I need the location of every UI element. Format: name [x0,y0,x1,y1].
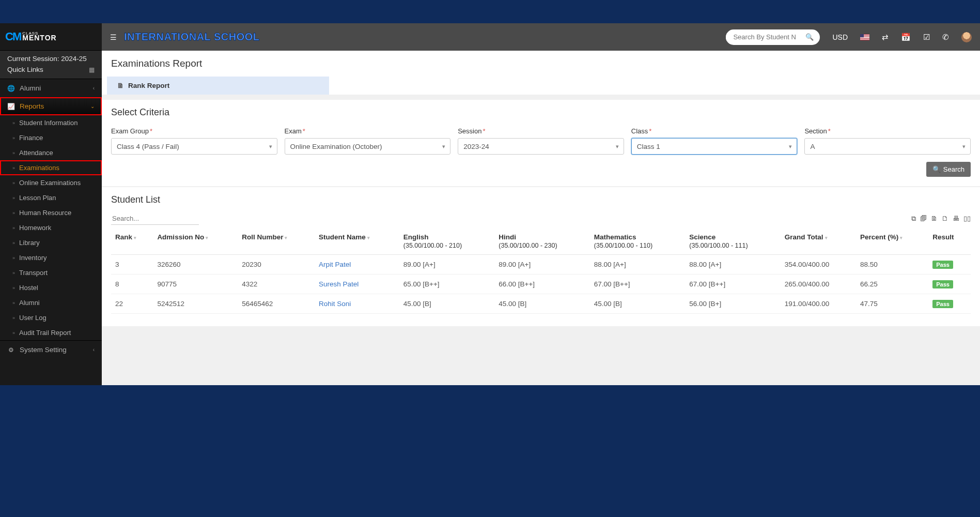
print-icon[interactable]: 🖶 [953,215,959,223]
col-english[interactable]: English(35.00/100.00 - 210) [399,228,495,255]
col-science[interactable]: Science(35.00/100.00 - 111) [685,228,781,255]
sub-audit[interactable]: »Audit Trail Report [0,325,102,340]
nav-reports[interactable]: 📈 Reports ⌄ [0,97,102,115]
whatsapp-icon[interactable]: ✆ [942,33,949,42]
list-search-input[interactable] [111,212,199,225]
hamburger-icon[interactable]: ☰ [110,33,117,41]
student-table: Rank▾ Admission No▾ Roll Number▾ Student… [111,228,971,314]
col-result[interactable]: Result [928,228,971,255]
exam-select[interactable]: Online Examination (October) [285,138,451,155]
table-row: 8907754322Suresh Patel65.00 [B++]66.00 [… [111,275,971,294]
csv-icon[interactable]: 🗎 [931,215,938,223]
search-button-label: Search [943,165,965,173]
sub-transport[interactable]: »Transport [0,265,102,280]
cell-roll: 20230 [238,255,315,275]
avatar[interactable] [961,32,972,42]
sub-inventory-label: Inventory [19,254,46,262]
sub-hr[interactable]: »Human Resource [0,205,102,220]
sub-user-log[interactable]: »User Log [0,310,102,325]
cell-student-name[interactable]: Suresh Patel [315,275,399,294]
cell-grand: 265.00/400.00 [781,275,856,294]
class-select[interactable]: Class 1 [631,138,798,155]
cell-student-name[interactable]: Rohit Soni [315,294,399,314]
cell-percent: 66.25 [856,275,928,294]
sub-audit-label: Audit Trail Report [19,329,71,337]
col-math[interactable]: Mathematics(35.00/100.00 - 110) [590,228,686,255]
sidebar: CM CLASS MENTOR Current Session: 2024-25… [0,23,102,385]
currency[interactable]: USD [832,33,848,41]
transfer-icon[interactable]: ⇄ [882,33,889,42]
sub-online-exam[interactable]: »Online Examinations [0,175,102,190]
sub-hr-label: Human Resource [19,209,71,217]
sub-alumni2-label: Alumni [19,299,40,307]
sub-library[interactable]: »Library [0,235,102,250]
rank-report-row[interactable]: 🗎 Rank Report [107,77,329,95]
section-select[interactable]: A [804,138,971,155]
double-chevron-icon: » [12,210,15,216]
double-chevron-icon: » [12,165,15,171]
cell-science: 67.00 [B++] [685,275,781,294]
logo-mentor-text: MENTOR [22,35,56,41]
columns-icon[interactable]: ▯▯ [963,215,971,223]
pass-badge: Pass [932,300,953,308]
sub-attendance[interactable]: »Attendance [0,145,102,160]
col-student[interactable]: Student Name▾ [315,228,399,255]
page-title: Examinations Report [102,51,980,77]
sub-inventory[interactable]: »Inventory [0,250,102,265]
cell-grand: 354.00/400.00 [781,255,856,275]
double-chevron-icon: » [12,135,15,141]
cell-hindi: 66.00 [B++] [494,275,590,294]
col-rank[interactable]: Rank▾ [111,228,153,255]
col-hindi[interactable]: Hindi(35.00/100.00 - 230) [494,228,590,255]
student-list-title: Student List [111,194,971,205]
gears-icon: ⚙ [7,346,14,354]
student-search-input[interactable] [726,33,803,41]
student-search-wrap: 🔍 [726,29,820,45]
quick-links-row[interactable]: Quick Links ▦ [0,64,102,79]
exam-group-select[interactable]: Class 4 (Pass / Fail) [111,138,277,155]
cell-math: 45.00 [B] [590,294,686,314]
search-icon: 🔍 [805,33,814,41]
calendar-icon[interactable]: 📅 [901,33,911,42]
sub-examinations[interactable]: »Examinations [0,160,102,175]
cell-math: 67.00 [B++] [590,275,686,294]
exam-label: Exam* [285,127,451,135]
cell-student-name[interactable]: Arpit Patel [315,255,399,275]
nav-alumni[interactable]: 🌐 Alumni ‹ [0,79,102,97]
sub-finance[interactable]: »Finance [0,130,102,145]
double-chevron-icon: » [12,270,15,276]
school-name: INTERNATIONAL SCHOOL [124,31,260,43]
nav-system-setting[interactable]: ⚙ System Setting ‹ [0,341,102,359]
session-select[interactable]: 2023-24 [458,138,624,155]
rank-report-label: Rank Report [128,82,169,89]
sub-hostel-label: Hostel [19,284,38,292]
flag-icon[interactable] [860,34,869,40]
sub-homework[interactable]: »Homework [0,220,102,235]
cell-english: 65.00 [B++] [399,275,495,294]
pdf-icon[interactable]: 🗋 [942,215,948,223]
cell-admission: 326260 [153,255,238,275]
search-button[interactable]: 🔍 Search [926,162,971,177]
sub-homework-label: Homework [19,224,51,232]
student-search-button[interactable]: 🔍 [803,33,820,41]
double-chevron-icon: » [12,150,15,156]
cell-admission: 5242512 [153,294,238,314]
sub-hostel[interactable]: »Hostel [0,280,102,295]
check-icon[interactable]: ☑ [923,33,930,42]
search-icon: 🔍 [932,165,941,173]
col-percent[interactable]: Percent (%)▾ [856,228,928,255]
sub-finance-label: Finance [19,134,43,142]
col-admission[interactable]: Admission No▾ [153,228,238,255]
sub-alumni2[interactable]: »Alumni [0,295,102,310]
cell-rank: 22 [111,294,153,314]
logo[interactable]: CM CLASS MENTOR [0,23,102,51]
sub-student-info[interactable]: »Student Information [0,115,102,130]
copy-icon[interactable]: ⧉ [911,215,916,223]
sub-user-log-label: User Log [19,314,46,322]
col-grand[interactable]: Grand Total▾ [781,228,856,255]
col-roll[interactable]: Roll Number▾ [238,228,315,255]
double-chevron-icon: » [12,120,15,126]
excel-icon[interactable]: 🗐 [920,215,927,223]
table-row: 22524251256465462Rohit Soni45.00 [B]45.0… [111,294,971,314]
sub-lesson-plan[interactable]: »Lesson Plan [0,190,102,205]
